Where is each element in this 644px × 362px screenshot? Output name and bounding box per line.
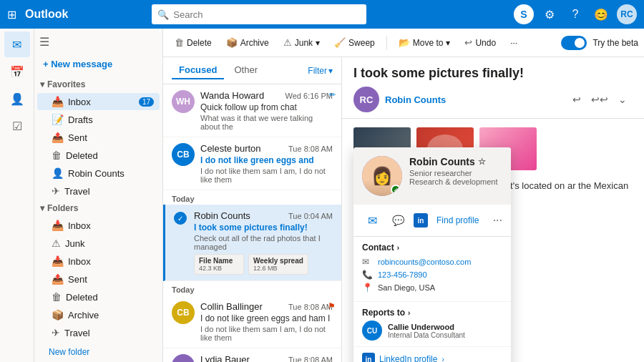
folder-deleted[interactable]: 🗑 Deleted bbox=[37, 288, 160, 305]
sweep-icon: 🧹 bbox=[334, 37, 346, 48]
sidebar-item-sent[interactable]: 📤 Sent bbox=[37, 129, 160, 146]
folder-inbox2-icon: 📥 bbox=[52, 255, 64, 267]
reports-chevron: › bbox=[408, 309, 410, 317]
favorites-chevron: ▾ bbox=[40, 79, 44, 89]
reading-title: I took some pictures finally! bbox=[353, 66, 633, 81]
folder-archive[interactable]: 📦 Archive bbox=[37, 306, 160, 323]
email-item-collin[interactable]: CB Collin Ballinger Tue 8:08 AM I do not… bbox=[163, 295, 341, 348]
sidebar-item-deleted[interactable]: 🗑 Deleted bbox=[37, 147, 160, 164]
junk-button[interactable]: ⚠ Junk ▾ bbox=[278, 34, 326, 51]
other-tab[interactable]: Other bbox=[227, 62, 265, 79]
sidebar-mail-icon[interactable]: ✉ bbox=[4, 31, 30, 57]
folders-chevron: ▾ bbox=[40, 203, 44, 213]
contact-section: Contact › ✉ robincounts@contoso.com 📞 12… bbox=[353, 237, 511, 302]
user-avatar[interactable]: RC bbox=[617, 4, 637, 24]
try-beta-label: Try the beta bbox=[592, 38, 638, 48]
folder-inbox2[interactable]: 📥 Inbox bbox=[37, 253, 160, 270]
contact-email-value[interactable]: robincounts@contoso.com bbox=[378, 258, 471, 266]
reply-button[interactable]: ↩ bbox=[567, 89, 587, 109]
folder-junk-icon: ⚠ bbox=[52, 238, 61, 249]
folder-junk[interactable]: ⚠ Junk bbox=[37, 235, 160, 252]
contact-info: Robin Counts ☆ Senior researcher Researc… bbox=[409, 156, 502, 186]
linkedin-profile-row[interactable]: in LinkedIn profile › bbox=[353, 347, 511, 362]
move-to-button[interactable]: 📂 Move to ▾ bbox=[393, 34, 457, 51]
email-item-robin[interactable]: ✓ Robin Counts Tue 0:04 AM I took some p… bbox=[163, 205, 341, 281]
focused-tab[interactable]: Focused bbox=[172, 62, 224, 79]
more-button[interactable]: ··· bbox=[504, 35, 523, 51]
new-folder-link[interactable]: New folder bbox=[49, 347, 89, 357]
hamburger-button[interactable]: ☰ bbox=[34, 31, 54, 52]
more-actions-btn[interactable]: ⌄ bbox=[613, 89, 633, 109]
contact-linkedin-icon[interactable]: in bbox=[414, 213, 428, 228]
skype-button[interactable]: S bbox=[514, 4, 534, 24]
email-list-panel: Focused Other Filter ▾ WH bbox=[163, 57, 342, 362]
settings-icon[interactable]: ⚙ bbox=[540, 4, 560, 24]
robin-subject: I took some pictures finally! bbox=[194, 222, 333, 233]
emoji-icon[interactable]: 😊 bbox=[591, 4, 611, 24]
reading-sender-name[interactable]: Robin Counts bbox=[385, 94, 446, 105]
try-beta-section: Try the beta bbox=[561, 36, 638, 50]
archive-button[interactable]: 📦 Archive bbox=[220, 34, 275, 51]
sidebar-contacts-icon[interactable]: 👤 bbox=[4, 86, 30, 112]
star-icon[interactable]: ☆ bbox=[478, 157, 486, 167]
undo-button[interactable]: ↩ Undo bbox=[459, 34, 502, 51]
find-profile-button[interactable]: Find profile bbox=[434, 214, 482, 227]
pencil-icon: ✏ bbox=[329, 90, 336, 99]
collin-date: Tue 8:08 AM bbox=[288, 303, 333, 311]
contact-phone-value[interactable]: 123-456-7890 bbox=[378, 270, 427, 279]
email-item-wanda[interactable]: WH Wanda Howard Wed 6:16 PM Quick follow… bbox=[163, 84, 341, 137]
email-item-lydia[interactable]: LB Lydia Bauer Tue 8:08 AM > I do not li… bbox=[163, 348, 341, 362]
waffle-icon[interactable]: ⊞ bbox=[7, 8, 16, 21]
linkedin-chevron: › bbox=[441, 356, 444, 363]
celeste1-preview: I do not like them sam I am, I do not li… bbox=[200, 167, 333, 184]
contact-actions: ✉ 💬 in Find profile ··· bbox=[353, 205, 511, 237]
help-icon[interactable]: ? bbox=[565, 4, 585, 24]
robin-preview: Check out all of the rad photos that I m… bbox=[194, 234, 333, 251]
folders-header[interactable]: ▾ Folders bbox=[34, 200, 162, 216]
inbox-icon: 📥 bbox=[52, 96, 64, 107]
beta-toggle[interactable] bbox=[561, 36, 587, 50]
email-row-icon: ✉ bbox=[362, 257, 372, 267]
reports-title[interactable]: Reports to › bbox=[362, 308, 502, 318]
sidebar-item-inbox[interactable]: 📥 Inbox 17 bbox=[37, 93, 160, 110]
contact-chat-icon[interactable]: 💬 bbox=[388, 210, 408, 230]
contact-avatar: 👩 bbox=[362, 156, 402, 196]
sweep-button[interactable]: 🧹 Sweep bbox=[328, 34, 381, 51]
manager-name: Callie Underwood bbox=[388, 323, 465, 331]
lydia-avatar: LB bbox=[172, 354, 195, 362]
collin-preview: I do not like them sam I am, I do not li… bbox=[200, 325, 333, 342]
collin-avatar: CB bbox=[172, 301, 195, 324]
sidebar-tasks-icon[interactable]: ☑ bbox=[4, 113, 30, 139]
app-title: Outlook bbox=[25, 8, 68, 21]
celeste1-avatar: CB bbox=[172, 143, 195, 166]
main-layout: ✉ 📅 👤 ☑ ☰ + New message ▾ Favorites 📥 In… bbox=[0, 29, 644, 362]
contact-section-title[interactable]: Contact › bbox=[362, 243, 502, 253]
delete-button[interactable]: 🗑 Delete bbox=[169, 34, 218, 51]
contact-email-icon[interactable]: ✉ bbox=[362, 210, 382, 230]
email-item-celeste1[interactable]: CB Celeste burton Tue 8:08 AM I do not l… bbox=[163, 137, 341, 190]
wanda-avatar: WH bbox=[172, 90, 195, 113]
sidebar-item-travel[interactable]: ✈ Travel bbox=[37, 182, 160, 200]
contact-dept: Research & development bbox=[409, 177, 502, 186]
sidebar-item-drafts[interactable]: 📝 Drafts bbox=[37, 111, 160, 128]
contact-name: Robin Counts ☆ bbox=[409, 156, 502, 167]
favorites-header[interactable]: ▾ Favorites bbox=[34, 77, 162, 92]
filter-button[interactable]: Filter ▾ bbox=[308, 66, 333, 76]
contact-chevron: › bbox=[397, 244, 399, 252]
focused-bar: Focused Other Filter ▾ bbox=[163, 57, 341, 84]
contact-more-button[interactable]: ··· bbox=[493, 214, 502, 227]
attachment-file[interactable]: File Name 42.3 KB bbox=[194, 254, 244, 275]
wanda-sender-name: Wanda Howard bbox=[200, 90, 264, 101]
sidebar-item-robin[interactable]: 👤 Robin Counts bbox=[37, 165, 160, 182]
linkedin-row-icon: in bbox=[362, 353, 375, 362]
folder-inbox[interactable]: 📥 Inbox bbox=[37, 217, 160, 234]
reading-actions: ↩ ↩↩ ⌄ bbox=[567, 89, 633, 109]
new-message-button[interactable]: + New message bbox=[37, 54, 118, 74]
folder-travel[interactable]: ✈ Travel bbox=[37, 324, 160, 341]
inbox-badge: 17 bbox=[139, 97, 154, 107]
sidebar-calendar-icon[interactable]: 📅 bbox=[4, 59, 30, 84]
folder-sent[interactable]: 📤 Sent bbox=[37, 270, 160, 288]
search-input[interactable] bbox=[173, 9, 361, 20]
attachment-spread[interactable]: Weekly spread 12.6 MB bbox=[248, 254, 308, 275]
reply-all-btn[interactable]: ↩↩ bbox=[590, 89, 610, 109]
